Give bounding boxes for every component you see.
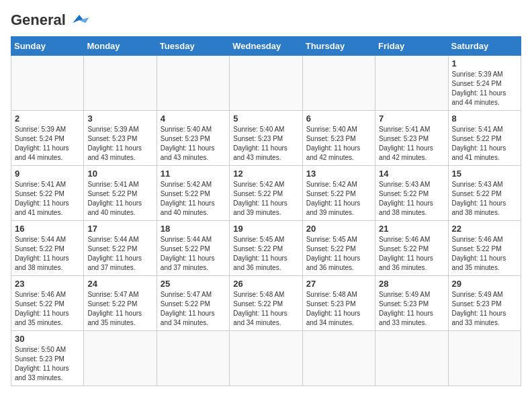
calendar-day-cell: 8Sunrise: 5:41 AM Sunset: 5:22 PM Daylig… — [448, 111, 521, 166]
day-number: 11 — [161, 169, 226, 179]
calendar-day-cell: 19Sunrise: 5:45 AM Sunset: 5:22 PM Dayli… — [230, 221, 302, 276]
calendar-day-cell: 17Sunrise: 5:44 AM Sunset: 5:22 PM Dayli… — [84, 221, 157, 276]
calendar-day-cell — [84, 331, 157, 386]
weekday-header-row: SundayMondayTuesdayWednesdayThursdayFrid… — [11, 37, 521, 56]
day-info: Sunrise: 5:39 AM Sunset: 5:23 PM Dayligh… — [87, 125, 152, 163]
calendar-day-cell: 6Sunrise: 5:40 AM Sunset: 5:23 PM Daylig… — [302, 111, 375, 166]
day-info: Sunrise: 5:41 AM Sunset: 5:23 PM Dayligh… — [379, 125, 444, 163]
day-number: 28 — [379, 279, 444, 289]
day-info: Sunrise: 5:40 AM Sunset: 5:23 PM Dayligh… — [306, 125, 371, 163]
calendar-day-cell: 7Sunrise: 5:41 AM Sunset: 5:23 PM Daylig… — [375, 111, 448, 166]
calendar-day-cell: 11Sunrise: 5:42 AM Sunset: 5:22 PM Dayli… — [157, 166, 229, 221]
weekday-header-wednesday: Wednesday — [230, 37, 302, 56]
day-info: Sunrise: 5:46 AM Sunset: 5:22 PM Dayligh… — [452, 235, 517, 273]
calendar-week-row: 30Sunrise: 5:50 AM Sunset: 5:23 PM Dayli… — [11, 331, 521, 386]
calendar-day-cell: 27Sunrise: 5:48 AM Sunset: 5:23 PM Dayli… — [302, 276, 375, 331]
weekday-header-friday: Friday — [375, 37, 448, 56]
day-number: 13 — [306, 169, 371, 179]
calendar-day-cell: 16Sunrise: 5:44 AM Sunset: 5:22 PM Dayli… — [11, 221, 84, 276]
calendar-day-cell: 15Sunrise: 5:43 AM Sunset: 5:22 PM Dayli… — [448, 166, 521, 221]
day-number: 14 — [379, 169, 444, 179]
day-number: 17 — [87, 224, 152, 234]
weekday-header-tuesday: Tuesday — [157, 37, 229, 56]
calendar-day-cell — [230, 56, 302, 111]
day-info: Sunrise: 5:44 AM Sunset: 5:22 PM Dayligh… — [15, 235, 80, 273]
calendar-day-cell: 9Sunrise: 5:41 AM Sunset: 5:22 PM Daylig… — [11, 166, 84, 221]
calendar-week-row: 16Sunrise: 5:44 AM Sunset: 5:22 PM Dayli… — [11, 221, 521, 276]
calendar-day-cell — [11, 56, 84, 111]
day-info: Sunrise: 5:46 AM Sunset: 5:22 PM Dayligh… — [15, 290, 80, 328]
logo-bird-icon — [69, 11, 90, 30]
day-number: 2 — [15, 113, 80, 124]
day-number: 8 — [452, 113, 517, 124]
day-number: 24 — [87, 279, 152, 289]
calendar-day-cell — [375, 56, 448, 111]
calendar-week-row: 23Sunrise: 5:46 AM Sunset: 5:22 PM Dayli… — [11, 276, 521, 331]
calendar-day-cell: 4Sunrise: 5:40 AM Sunset: 5:23 PM Daylig… — [157, 111, 229, 166]
day-info: Sunrise: 5:48 AM Sunset: 5:22 PM Dayligh… — [233, 290, 298, 328]
day-number: 3 — [87, 113, 152, 124]
day-number: 29 — [452, 279, 517, 289]
calendar-day-cell — [302, 331, 375, 386]
day-info: Sunrise: 5:45 AM Sunset: 5:22 PM Dayligh… — [306, 235, 371, 273]
day-info: Sunrise: 5:42 AM Sunset: 5:22 PM Dayligh… — [306, 180, 371, 218]
calendar-week-row: 1Sunrise: 5:39 AM Sunset: 5:24 PM Daylig… — [11, 56, 521, 111]
day-info: Sunrise: 5:41 AM Sunset: 5:22 PM Dayligh… — [15, 180, 80, 218]
day-info: Sunrise: 5:42 AM Sunset: 5:22 PM Dayligh… — [233, 180, 298, 218]
day-info: Sunrise: 5:40 AM Sunset: 5:23 PM Dayligh… — [233, 125, 298, 163]
calendar-day-cell: 25Sunrise: 5:47 AM Sunset: 5:22 PM Dayli… — [157, 276, 229, 331]
day-info: Sunrise: 5:42 AM Sunset: 5:22 PM Dayligh… — [161, 180, 226, 218]
calendar-day-cell: 1Sunrise: 5:39 AM Sunset: 5:24 PM Daylig… — [448, 56, 521, 111]
calendar-day-cell: 29Sunrise: 5:49 AM Sunset: 5:23 PM Dayli… — [448, 276, 521, 331]
calendar-day-cell — [157, 331, 229, 386]
day-info: Sunrise: 5:45 AM Sunset: 5:22 PM Dayligh… — [233, 235, 298, 273]
day-number: 10 — [87, 169, 152, 179]
calendar-day-cell: 18Sunrise: 5:44 AM Sunset: 5:22 PM Dayli… — [157, 221, 229, 276]
calendar-day-cell: 22Sunrise: 5:46 AM Sunset: 5:22 PM Dayli… — [448, 221, 521, 276]
day-info: Sunrise: 5:49 AM Sunset: 5:23 PM Dayligh… — [452, 290, 517, 328]
day-number: 20 — [306, 224, 371, 234]
calendar-day-cell — [230, 331, 302, 386]
calendar-day-cell: 2Sunrise: 5:39 AM Sunset: 5:24 PM Daylig… — [11, 111, 84, 166]
weekday-header-saturday: Saturday — [448, 37, 521, 56]
day-info: Sunrise: 5:40 AM Sunset: 5:23 PM Dayligh… — [161, 125, 226, 163]
day-number: 9 — [15, 169, 80, 179]
logo-general-text: General — [11, 11, 66, 29]
day-info: Sunrise: 5:46 AM Sunset: 5:22 PM Dayligh… — [379, 235, 444, 273]
calendar-day-cell — [84, 56, 157, 111]
weekday-header-sunday: Sunday — [11, 37, 84, 56]
day-number: 19 — [233, 224, 298, 234]
day-number: 6 — [306, 113, 371, 124]
day-number: 15 — [452, 169, 517, 179]
weekday-header-thursday: Thursday — [302, 37, 375, 56]
header: General — [11, 11, 521, 30]
day-number: 27 — [306, 279, 371, 289]
calendar-day-cell — [302, 56, 375, 111]
calendar-day-cell: 12Sunrise: 5:42 AM Sunset: 5:22 PM Dayli… — [230, 166, 302, 221]
day-number: 5 — [233, 113, 298, 124]
day-number: 12 — [233, 169, 298, 179]
calendar-day-cell: 30Sunrise: 5:50 AM Sunset: 5:23 PM Dayli… — [11, 331, 84, 386]
calendar-day-cell — [375, 331, 448, 386]
calendar-day-cell: 28Sunrise: 5:49 AM Sunset: 5:23 PM Dayli… — [375, 276, 448, 331]
day-info: Sunrise: 5:41 AM Sunset: 5:22 PM Dayligh… — [452, 125, 517, 163]
day-info: Sunrise: 5:44 AM Sunset: 5:22 PM Dayligh… — [161, 235, 226, 273]
weekday-header-monday: Monday — [84, 37, 157, 56]
calendar-week-row: 2Sunrise: 5:39 AM Sunset: 5:24 PM Daylig… — [11, 111, 521, 166]
calendar-day-cell: 3Sunrise: 5:39 AM Sunset: 5:23 PM Daylig… — [84, 111, 157, 166]
day-info: Sunrise: 5:43 AM Sunset: 5:22 PM Dayligh… — [379, 180, 444, 218]
day-info: Sunrise: 5:39 AM Sunset: 5:24 PM Dayligh… — [452, 70, 517, 107]
calendar-day-cell: 20Sunrise: 5:45 AM Sunset: 5:22 PM Dayli… — [302, 221, 375, 276]
day-number: 21 — [379, 224, 444, 234]
day-number: 4 — [161, 113, 226, 124]
calendar-week-row: 9Sunrise: 5:41 AM Sunset: 5:22 PM Daylig… — [11, 166, 521, 221]
day-number: 26 — [233, 279, 298, 289]
calendar-day-cell — [157, 56, 229, 111]
day-info: Sunrise: 5:49 AM Sunset: 5:23 PM Dayligh… — [379, 290, 444, 328]
calendar-day-cell — [448, 331, 521, 386]
day-number: 22 — [452, 224, 517, 234]
day-info: Sunrise: 5:48 AM Sunset: 5:23 PM Dayligh… — [306, 290, 371, 328]
day-info: Sunrise: 5:47 AM Sunset: 5:22 PM Dayligh… — [87, 290, 152, 328]
calendar-day-cell: 5Sunrise: 5:40 AM Sunset: 5:23 PM Daylig… — [230, 111, 302, 166]
day-info: Sunrise: 5:44 AM Sunset: 5:22 PM Dayligh… — [87, 235, 152, 273]
